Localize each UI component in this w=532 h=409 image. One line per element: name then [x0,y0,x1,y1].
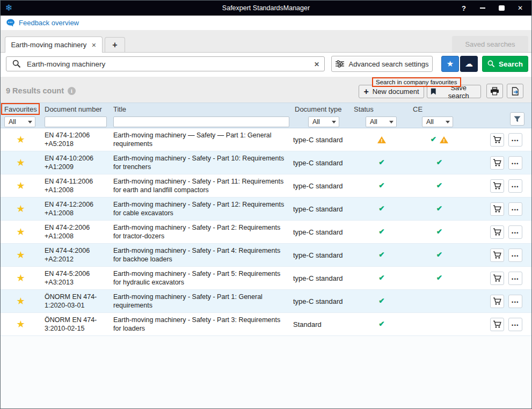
favourites-cell [1,313,41,335]
favourites-cell [1,151,41,174]
table-row[interactable]: EN 474-11:2006 +A1:2008 Earth-moving mac… [1,174,531,198]
column-header-favourites[interactable]: Favourites [4,105,37,113]
cart-icon [493,274,501,282]
feedback-overview-link[interactable]: Feedback overview [6,19,79,27]
row-more-button[interactable] [508,179,522,193]
row-more-button[interactable] [508,225,522,239]
new-tab-button[interactable] [105,37,125,52]
close-button[interactable] [516,4,524,12]
tab-close-icon[interactable] [91,41,96,49]
tab-earth-moving-machinery[interactable]: Earth-moving machinery [5,36,103,53]
row-more-button[interactable] [508,249,522,262]
help-button[interactable] [460,4,468,12]
window-title: Safexpert StandardsManager [1,4,531,12]
add-to-cart-button[interactable] [490,318,504,331]
ce-cell [411,151,468,174]
column-header-document-number[interactable]: Document number [45,105,102,113]
plus-icon [363,87,368,96]
add-to-cart-button[interactable] [490,295,504,308]
add-to-cart-button[interactable] [490,225,504,239]
table-row[interactable]: EN 474-4:2006 +A2:2012 Earth-moving mach… [1,244,531,267]
check-icon [378,182,384,189]
add-to-cart-button[interactable] [490,179,504,193]
feedback-overview-label: Feedback overview [19,19,79,27]
ellipsis-icon [512,182,519,190]
document-type-filter-select[interactable]: All [308,116,339,127]
document-number-cell: EN 474-12:2006 +A1:2008 [41,198,111,220]
row-actions [468,128,531,151]
table-row[interactable]: EN 474-10:2006 +A1:2009 Earth-moving mac… [1,151,531,174]
table-row[interactable]: ÖNORM EN 474-1:2020-03-01 Earth-moving m… [1,290,531,313]
cart-icon [493,251,501,259]
row-more-button[interactable] [508,133,522,147]
favourite-star-icon[interactable] [16,249,25,261]
feedback-bar: Feedback overview [1,16,531,30]
favourite-star-icon[interactable] [16,272,25,284]
row-more-button[interactable] [508,202,522,216]
cart-icon [493,136,501,144]
status-cell [352,198,411,220]
column-header-document-type[interactable]: Document type [295,105,341,113]
ellipsis-icon [512,297,519,305]
cart-icon [493,320,501,328]
favourite-star-icon[interactable] [16,203,25,215]
table-row[interactable]: EN 474-1:2006 +A5:2018 Earth-moving mach… [1,128,531,151]
status-cell [352,128,411,151]
check-icon [378,205,384,213]
check-icon [378,251,384,259]
search-button-label: Search [499,60,523,68]
add-to-cart-button[interactable] [490,272,504,285]
add-to-cart-button[interactable] [490,156,504,170]
search-button-icon [487,60,495,68]
title-filter-input[interactable] [113,116,289,127]
column-header-status[interactable]: Status [354,105,374,113]
maximize-button[interactable] [498,4,505,12]
clear-search-icon[interactable] [314,59,319,69]
status-cell [352,174,411,197]
table-row[interactable]: ÖNORM EN 474-3:2010-02-15 Earth-moving m… [1,313,531,336]
search-input[interactable]: Earth-moving machinery [6,56,325,71]
favourite-star-icon[interactable] [16,226,25,238]
table-row[interactable]: EN 474-12:2006 +A1:2008 Earth-moving mac… [1,198,531,221]
advanced-search-settings-button[interactable]: Advanced search settings [331,56,433,72]
check-icon [436,159,442,166]
minimize-button[interactable] [479,4,486,12]
ce-filter-select[interactable]: All [422,116,453,127]
document-number-filter-input[interactable] [45,116,107,127]
print-button[interactable] [486,84,503,98]
sliders-icon [336,60,344,68]
column-filter-button[interactable] [510,112,524,126]
favourites-cell [1,128,41,151]
add-to-cart-button[interactable] [490,133,504,147]
status-filter-select[interactable]: All [366,116,397,127]
company-favourites-toggle-button[interactable] [441,56,459,72]
ce-cell [411,313,468,335]
export-button[interactable] [507,84,523,98]
document-title-cell: Earth-moving machinery - Safety - Part 3… [111,313,293,335]
column-header-ce[interactable]: CE [413,105,422,113]
search-button[interactable]: Search [482,56,528,72]
add-to-cart-button[interactable] [490,249,504,262]
check-icon [436,274,442,282]
favourite-star-icon[interactable] [16,318,25,330]
table-row[interactable]: EN 474-2:2006 +A1:2008 Earth-moving mach… [1,221,531,244]
row-more-button[interactable] [508,156,522,170]
row-more-button[interactable] [508,272,522,285]
favourite-star-icon[interactable] [16,157,25,169]
favourite-star-icon[interactable] [16,134,25,145]
saved-searches-tab[interactable]: Saved searches [452,36,528,52]
search-input-value: Earth-moving machinery [27,60,105,68]
document-number-cell: EN 474-5:2006 +A3:2013 [41,267,111,289]
app-window: Safexpert StandardsManager Feedback over… [0,0,532,409]
favourite-star-icon[interactable] [16,295,25,307]
info-icon[interactable] [68,87,76,95]
table-row[interactable]: EN 474-5:2006 +A3:2013 Earth-moving mach… [1,267,531,290]
row-more-button[interactable] [508,318,522,331]
cloud-search-toggle-button[interactable] [460,56,478,72]
status-cell [352,267,411,289]
favourites-filter-select[interactable]: All [4,116,35,127]
column-header-title[interactable]: Title [113,105,126,113]
add-to-cart-button[interactable] [490,202,504,216]
favourite-star-icon[interactable] [16,180,25,192]
row-more-button[interactable] [508,295,522,308]
